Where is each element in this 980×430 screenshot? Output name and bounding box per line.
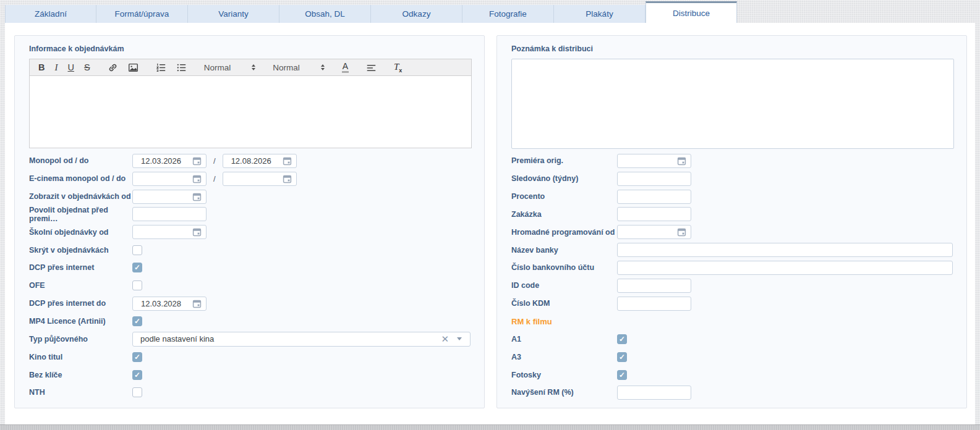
field-label: Hromadné programování od [511,228,617,237]
bulk-programming-from-input[interactable] [617,225,691,239]
row-mp4-licence: MP4 Licence (Artinii) [29,313,471,331]
allow-order-before-premiere-input[interactable] [132,207,207,221]
calendar-icon[interactable] [283,174,292,183]
bank-account-number-input[interactable] [617,261,953,275]
chevron-down-icon[interactable] [457,337,462,340]
field-label: A3 [511,353,617,361]
ofe-checkbox[interactable] [132,280,142,290]
tab-varianty[interactable]: Varianty [188,5,279,23]
rm-increase-input[interactable] [617,386,691,400]
percentage-input[interactable] [617,190,691,204]
calendar-icon[interactable] [192,174,202,183]
nth-checkbox[interactable] [132,387,142,397]
tab-zakladni[interactable]: Základní [5,5,96,23]
show-in-orders-from-input[interactable] [132,190,207,204]
row-zobrazit-v-objednavkach: Zobrazit v objednávkách od [29,188,471,206]
field-label: ID code [511,281,617,290]
tab-plakaty[interactable]: Plakáty [554,5,646,23]
tab-bar: Základní Formát/úprava Varianty Obsah, D… [5,1,737,23]
field-label: Fotosky [511,371,617,379]
row-a1: A1 [511,330,953,348]
date-value: 12.08.2026 [231,156,271,166]
font-size-select[interactable]: Normal [273,63,325,72]
row-kino-titul: Kino titul [29,348,471,366]
orders-info-textbox[interactable] [29,76,472,148]
no-key-checkbox[interactable] [132,370,142,380]
orders-info-panel: Informace k objednávkám B I U S [14,35,485,408]
field-label: Monopol od / do [29,156,132,165]
field-label: Kino titul [29,353,132,361]
watched-weeks-input[interactable] [617,172,691,186]
fotosky-checkbox[interactable] [617,370,627,380]
monopol-from-input[interactable]: 12.03.2026 [132,154,207,168]
dcp-over-internet-checkbox[interactable] [132,263,142,272]
field-label: Procento [511,192,617,201]
field-label: NTH [29,388,132,397]
row-dcp-pres-internet-do: DCP přes internet do 12.03.2028 [29,295,471,313]
align-icon[interactable] [366,62,377,73]
window-bottom-edge [0,424,980,430]
row-typ-pujcovneho: Typ půjčovného podle nastavení kina ✕ [29,330,471,348]
ordered-list-icon[interactable] [156,62,166,73]
a3-checkbox[interactable] [617,352,627,362]
date-separator: / [213,156,216,166]
calendar-icon[interactable] [192,156,202,166]
tab-format-uprava[interactable]: Formát/úprava [96,5,188,23]
id-code-input[interactable] [617,279,691,293]
date-value: 12.03.2028 [141,299,181,308]
tab-fotografie[interactable]: Fotografie [462,5,554,23]
calendar-icon[interactable] [677,156,686,166]
ecinema-from-input[interactable] [132,172,207,186]
font-size-value: Normal [273,63,300,72]
row-sledovano: Sledováno (týdny) [511,170,953,188]
distribution-note-textarea[interactable] [511,59,954,149]
calendar-icon[interactable] [192,227,202,237]
rm-section-title: RM k filmu [511,317,552,326]
cinema-title-checkbox[interactable] [132,352,142,362]
monopol-to-input[interactable]: 12.08.2026 [223,154,297,168]
hide-in-orders-checkbox[interactable] [132,245,142,255]
dcp-over-internet-until-input[interactable]: 12.03.2028 [132,297,207,311]
row-povolit-objednat: Povolit objednat před premi… [29,206,471,224]
kdm-number-input[interactable] [617,297,691,311]
link-icon[interactable] [108,62,118,73]
date-value: 12.03.2026 [141,156,181,166]
italic-button[interactable]: I [54,63,58,72]
text-color-button[interactable]: A [342,62,349,73]
field-label: Bez klíče [29,371,132,379]
field-label: Zobrazit v objednávkách od [29,192,132,201]
rental-type-select[interactable]: podle nastavení kina ✕ [132,332,471,347]
underline-button[interactable]: U [67,63,74,72]
calendar-icon[interactable] [677,227,686,237]
bank-name-input[interactable] [617,243,953,257]
block-format-select[interactable]: Normal [204,63,256,72]
calendar-icon[interactable] [283,156,292,166]
right-form-rows: Premiéra orig. Sledováno (týdny) Procent… [511,152,953,402]
calendar-icon[interactable] [192,192,202,201]
bold-button[interactable]: B [38,63,45,72]
order-number-input[interactable] [617,207,691,221]
tab-distribuce[interactable]: Distribuce [646,1,737,23]
distribution-note-title: Poznámka k distribuci [511,44,593,53]
bullet-list-icon[interactable] [176,62,187,73]
strikethrough-button[interactable]: S [84,63,90,72]
updown-arrows-icon [321,64,325,70]
premiere-orig-input[interactable] [617,154,691,168]
clear-format-button[interactable]: Tx [394,61,402,74]
row-ecinema-monopol: E-cinema monopol od / do / [29,170,471,188]
tab-odkazy[interactable]: Odkazy [371,5,462,23]
content-area: Informace k objednávkám B I U S [5,23,975,424]
tab-obsah-dl[interactable]: Obsah, DL [279,5,371,23]
field-label: Navýšení RM (%) [511,388,617,397]
calendar-icon[interactable] [192,299,202,308]
image-icon[interactable] [128,62,138,73]
a1-checkbox[interactable] [617,334,627,344]
mp4-licence-checkbox[interactable] [132,316,142,326]
school-orders-from-input[interactable] [132,225,207,239]
ecinema-to-input[interactable] [223,172,297,186]
field-label: Sledováno (týdny) [511,174,617,183]
row-fotosky: Fotosky [511,366,953,384]
clear-icon[interactable]: ✕ [441,334,449,345]
orders-info-title: Informace k objednávkám [29,44,124,53]
field-label: E-cinema monopol od / do [29,174,132,183]
